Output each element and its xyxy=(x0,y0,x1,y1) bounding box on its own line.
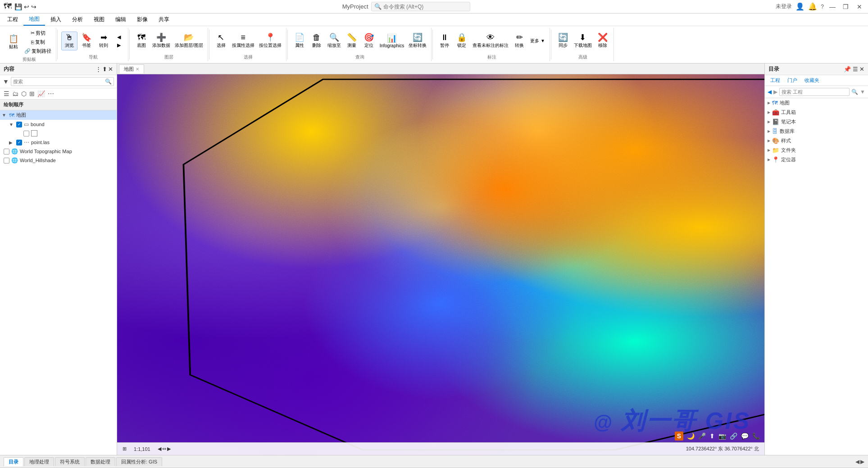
close-button[interactable]: ✕ xyxy=(854,2,864,12)
bottom-tab-catalog[interactable]: 目录 xyxy=(4,457,23,466)
add-data-button[interactable]: ➕ 添加数据 xyxy=(150,32,172,50)
measure-button[interactable]: 📏 测量 xyxy=(344,32,360,50)
catalog-forward-icon[interactable]: ▶ xyxy=(773,89,777,95)
polygon-icon[interactable]: ⬡ xyxy=(21,90,27,97)
catalog-item-notebook[interactable]: ▶ 📓 笔记本 xyxy=(765,117,868,127)
catalog-back-icon[interactable]: ◀ xyxy=(768,89,772,95)
map-tab-close[interactable]: ✕ xyxy=(136,67,139,72)
hillshade-checkbox[interactable] xyxy=(4,158,9,164)
tab-bianji[interactable]: 编辑 xyxy=(110,14,132,26)
layer-search-input[interactable] xyxy=(13,79,105,84)
zoom-to-button[interactable]: 🔍 缩放至 xyxy=(326,32,343,50)
pointlas-expand-icon[interactable]: ▶ xyxy=(9,140,14,145)
quick-access-redo[interactable]: ↪ xyxy=(31,3,36,10)
catalog-search-input[interactable] xyxy=(779,88,850,96)
browse-button[interactable]: 🖱 浏览 xyxy=(61,32,77,50)
layer-icon[interactable]: 🗂 xyxy=(12,90,18,97)
search-input[interactable] xyxy=(383,4,464,10)
arrow-left[interactable]: ◀ xyxy=(158,446,161,452)
bottom-tab-dataproc[interactable]: 数据处理 xyxy=(86,457,115,466)
catalog-dropdown-icon[interactable]: ▼ xyxy=(860,89,865,95)
sync-button[interactable]: 🔄 同步 xyxy=(555,32,571,50)
layer-item-map[interactable]: ▼ 🗺 地图 xyxy=(0,110,117,120)
pointlas-checkbox[interactable]: ✓ xyxy=(16,140,22,145)
infographics-button[interactable]: 📊 Infographics xyxy=(378,33,406,50)
layer-item-bound[interactable]: ▼ ✓ ▭ bound xyxy=(0,120,117,129)
basemap-button[interactable]: 🗺 底图 xyxy=(133,32,150,50)
bound-expand-icon[interactable]: ▼ xyxy=(9,122,14,127)
user-avatar-icon[interactable]: 👤 xyxy=(795,2,804,11)
lock-label-button[interactable]: 🔒 锁定 xyxy=(454,32,470,50)
attr-button[interactable]: 📄 属性 xyxy=(291,32,308,50)
map-tab-main[interactable]: 地图 ✕ xyxy=(119,64,144,73)
add-layer-btn[interactable]: 📂 添加图层/图层 xyxy=(173,32,205,50)
panel-close-icon[interactable]: ✕ xyxy=(108,66,113,73)
quick-access-undo[interactable]: ↩ xyxy=(24,3,29,10)
notification-icon[interactable]: 🔔 xyxy=(808,2,817,11)
left-panel-search[interactable]: 🔍 xyxy=(11,77,114,86)
search-box[interactable]: 🔍 xyxy=(371,2,470,11)
catalog-item-style[interactable]: ▶ 🎨 样式 xyxy=(765,136,868,145)
topo-checkbox[interactable] xyxy=(4,149,9,154)
catalog-item-folder[interactable]: ▶ 📁 文件夹 xyxy=(765,145,868,155)
bottom-tab-attr-analysis[interactable]: 回属性分析: GIS xyxy=(116,457,162,466)
layer-item-pointlas[interactable]: ▶ ✓ ⋯ point.las xyxy=(0,138,117,147)
layer-item-bound-shape[interactable] xyxy=(0,129,117,138)
nav-back-button[interactable]: ◀ xyxy=(113,33,125,41)
bookmark-button[interactable]: 🔖 书签 xyxy=(78,32,95,50)
cut-button[interactable]: ✂ 剪切 xyxy=(23,29,53,37)
chart-icon[interactable]: 📈 xyxy=(37,90,45,97)
map-expand-icon[interactable]: ▼ xyxy=(2,113,7,118)
map-canvas[interactable]: @ 刘一哥 GIS S 🌙 🎤 ⬆ 📷 🔗 💬 📞 ⊞ 1:1,101 ◀ ⇔ xyxy=(117,74,764,455)
more-icon[interactable]: ⋯ xyxy=(48,90,54,97)
layer-item-hillshade[interactable]: 🌐 World_Hillshade xyxy=(0,156,117,165)
view-unlabeled-button[interactable]: 👁 查看未标注的标注 xyxy=(471,32,510,50)
panel-menu-icon[interactable]: ⋮ xyxy=(95,66,101,73)
select-by-attr-button[interactable]: ≡ 按属性选择 xyxy=(230,32,256,50)
tab-gongxiang[interactable]: 共享 xyxy=(153,14,175,26)
locate-button[interactable]: 🎯 定位 xyxy=(361,32,377,50)
catalog-tab-project[interactable]: 工程 xyxy=(768,76,783,85)
select-by-loc-button[interactable]: 📍 按位置选择 xyxy=(257,32,283,50)
panel-up-icon[interactable]: ⬆ xyxy=(102,66,107,73)
restore-button[interactable]: ❐ xyxy=(841,2,851,12)
catalog-tab-favorites[interactable]: 收藏夹 xyxy=(802,76,822,85)
copy-path-button[interactable]: 🔗 复制路径 xyxy=(23,47,53,55)
catalog-item-locator[interactable]: ▶ 📍 定位器 xyxy=(765,155,868,164)
more-label-button[interactable]: 更多 ▼ xyxy=(528,36,547,45)
catalog-item-database[interactable]: ▶ 🗄 数据库 xyxy=(765,127,868,136)
tab-ditu[interactable]: 地图 xyxy=(23,14,45,26)
tab-gongcheng[interactable]: 工程 xyxy=(2,14,23,26)
nav-forward-button[interactable]: ▶ xyxy=(113,41,125,49)
copy-button[interactable]: ⎘ 复制 xyxy=(23,38,53,46)
tab-fenxi[interactable]: 分析 xyxy=(67,14,88,26)
list-icon[interactable]: ☰ xyxy=(4,90,9,97)
bottom-tab-symbology[interactable]: 符号系统 xyxy=(55,457,85,466)
right-panel-menu-icon[interactable]: ☰ xyxy=(853,66,858,73)
filter-icon[interactable]: ▼ xyxy=(3,78,9,85)
tab-charu[interactable]: 插入 xyxy=(45,14,67,26)
pause-label-button[interactable]: ⏸ 暂停 xyxy=(436,32,453,50)
bound-shape-checkbox[interactable] xyxy=(23,131,29,136)
bound-checkbox[interactable]: ✓ xyxy=(16,122,22,127)
right-panel-pin-icon[interactable]: 📌 xyxy=(844,66,851,73)
download-map-button[interactable]: ⬇ 下载地图 xyxy=(572,32,594,50)
coord-transform-button[interactable]: 🔄 坐标转换 xyxy=(407,32,428,50)
delete-button[interactable]: 🗑 删除 xyxy=(309,32,325,50)
convert-label-button[interactable]: ✏ 转换 xyxy=(511,32,527,50)
arrow-right[interactable]: ▶ xyxy=(167,446,171,452)
catalog-item-map[interactable]: ▶ 🗺 地图 xyxy=(765,98,868,108)
paste-button[interactable]: 📋 贴粘 xyxy=(5,33,22,51)
tab-yingxiang[interactable]: 影像 xyxy=(132,14,153,26)
help-button[interactable]: ? xyxy=(821,4,824,10)
minimize-button[interactable]: — xyxy=(827,2,837,12)
table-icon[interactable]: ⊞ xyxy=(29,90,35,97)
layer-item-topo[interactable]: 🌐 World Topographic Map xyxy=(0,147,117,156)
right-panel-close-icon[interactable]: ✕ xyxy=(859,66,864,73)
catalog-item-toolbox[interactable]: ▶ 🧰 工具箱 xyxy=(765,108,868,117)
goto-button[interactable]: ➡ 转到 xyxy=(95,32,112,50)
bottom-tab-geoprocess[interactable]: 地理处理 xyxy=(24,457,54,466)
quick-access-save[interactable]: 💾 xyxy=(14,3,22,10)
remove-button[interactable]: ❌ 移除 xyxy=(595,32,611,50)
tab-shitu[interactable]: 视图 xyxy=(88,14,110,26)
